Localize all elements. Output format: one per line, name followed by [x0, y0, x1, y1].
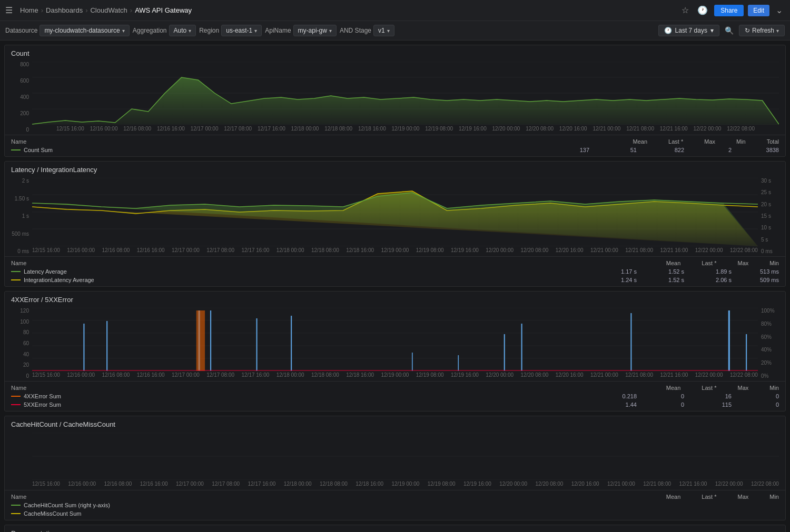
- region-select[interactable]: us-east-1 ▾: [221, 25, 262, 36]
- documentation-title: Documentation: [5, 525, 785, 532]
- star-button[interactable]: ☆: [679, 3, 691, 17]
- count-last: 51: [610, 147, 637, 153]
- count-max: 822: [658, 147, 684, 153]
- refresh-arrow: ▾: [776, 28, 779, 34]
- latency-mean-1: 1.24 s: [610, 277, 637, 283]
- cache-legend-header: Name Mean Last * Max Min: [11, 493, 779, 501]
- aggregation-value: Auto: [174, 27, 187, 34]
- latency-last-0: 1.52 s: [658, 268, 684, 275]
- cache-miss-name[interactable]: CacheMissCount Sum: [24, 510, 81, 517]
- time-range-value: Last 7 days: [675, 27, 707, 34]
- refresh-button[interactable]: ↻ Refresh ▾: [739, 25, 785, 36]
- cache-panel-title: CacheHitCount / CacheMissCount: [5, 416, 785, 430]
- cache-chart-area: 12/15 16:00 12/16 00:00 12/16 08:00 12/1…: [5, 430, 785, 490]
- datasource-value: my-cloudwatch-datasource: [44, 27, 120, 34]
- error-4xx-name[interactable]: 4XXError Sum: [24, 393, 61, 399]
- edit-button[interactable]: Edit: [748, 5, 769, 16]
- error-4xx-last: 0: [658, 393, 684, 399]
- latency-chart-svg: [32, 178, 758, 246]
- error-legend-row-1: 5XXError Sum 1.44 0 115 0: [11, 400, 779, 409]
- count-chart-wrapper: 800 600 400 200 0: [11, 62, 779, 133]
- datasource-label: Datasource: [5, 27, 37, 34]
- cache-y-axis: [11, 433, 32, 488]
- count-legend-vals: 137 51 822 2 3838: [563, 147, 779, 153]
- main-content: Count 800 600 400 200 0: [0, 41, 790, 532]
- svg-marker-12: [32, 193, 758, 246]
- documentation-panel: Documentation AWS CloudWatch API Gateway…: [4, 525, 786, 532]
- svg-marker-5: [32, 77, 779, 125]
- refresh-label: Refresh: [752, 27, 774, 34]
- error-y-axis-right: 100% 80% 60% 40% 20% 0%: [758, 308, 779, 379]
- count-legend: Name Mean Last * Max Min Total Count Sum…: [5, 135, 785, 156]
- apiname-filter: ApiName my-api-gw ▾: [265, 25, 337, 36]
- error-4xx-vals: 0.218 0 16 0: [610, 393, 779, 399]
- error-5xx-color: [11, 404, 21, 405]
- error-legend-cols: Mean Last * Max Min: [666, 385, 779, 391]
- error-chart-wrapper: 120 100 80 60 40 20 0: [11, 308, 779, 379]
- breadcrumb-current: AWS API Gateway: [135, 6, 192, 14]
- region-value: us-east-1: [226, 27, 252, 34]
- error-x-axis: 12/15 16:00 12/16 00:00 12/16 08:00 12/1…: [32, 371, 758, 379]
- error-5xx-mean: 1.44: [610, 401, 637, 408]
- count-chart-inner: 12/15 16:00 12/16 00:00 12/16 08:00 12/1…: [32, 62, 779, 133]
- latency-x-axis: 12/15 16:00 12/16 00:00 12/16 08:00 12/1…: [32, 246, 758, 254]
- latency-legend-color-0: [11, 271, 21, 272]
- zoom-out-button[interactable]: 🔍: [723, 24, 736, 37]
- latency-max-0: 1.89 s: [705, 268, 732, 275]
- count-panel-title: Count: [5, 45, 785, 59]
- region-filter: Region us-east-1 ▾: [199, 25, 262, 36]
- top-nav: ☰ Home › Dashboards › CloudWatch › AWS A…: [0, 0, 790, 21]
- error-5xx-min: 0: [753, 401, 779, 408]
- share-button[interactable]: Share: [714, 5, 744, 16]
- breadcrumb-home[interactable]: Home: [20, 6, 38, 14]
- time-range-arrow: ▾: [710, 27, 714, 34]
- count-mean: 137: [563, 147, 589, 153]
- latency-legend-cols: Mean Last * Max Min: [666, 260, 779, 266]
- latency-legend-name-1[interactable]: IntegrationLatency Average: [24, 277, 94, 283]
- count-legend-row: Count Sum 137 51 822 2 3838: [11, 146, 779, 154]
- cache-hit-name[interactable]: CacheHitCount Sum (right y-axis): [24, 502, 110, 508]
- error-5xx-max: 115: [705, 401, 732, 408]
- error-5xx-last: 0: [658, 401, 684, 408]
- cache-legend-row-0: CacheHitCount Sum (right y-axis): [11, 501, 779, 509]
- menu-icon[interactable]: ☰: [5, 5, 13, 15]
- error-5xx-name[interactable]: 5XXError Sum: [24, 401, 61, 408]
- aggregation-select[interactable]: Auto ▾: [169, 25, 196, 36]
- breadcrumb-cloudwatch[interactable]: CloudWatch: [90, 6, 127, 14]
- error-legend-row-0: 4XXError Sum 0.218 0 16 0: [11, 392, 779, 400]
- aggregation-arrow: ▾: [189, 28, 191, 34]
- error-chart-svg: [32, 308, 758, 371]
- cache-chart-wrapper: 12/15 16:00 12/16 00:00 12/16 08:00 12/1…: [11, 433, 779, 488]
- apiname-select[interactable]: my-api-gw ▾: [293, 25, 337, 36]
- error-chart-inner: 12/15 16:00 12/16 00:00 12/16 08:00 12/1…: [32, 308, 758, 379]
- error-legend-header: Name Mean Last * Max Min: [11, 384, 779, 392]
- stage-select[interactable]: v1 ▾: [373, 25, 394, 36]
- svg-rect-32: [196, 310, 205, 371]
- sep1: ›: [41, 6, 43, 14]
- time-range-select[interactable]: 🕐 Last 7 days ▾: [658, 25, 719, 36]
- collapse-button[interactable]: ⌄: [774, 3, 785, 17]
- nav-left: ☰ Home › Dashboards › CloudWatch › AWS A…: [5, 5, 192, 15]
- latency-legend-vals-0: 1.17 s 1.52 s 1.89 s 513 ms: [610, 268, 779, 275]
- error-4xx-color: [11, 396, 21, 397]
- latency-mean-0: 1.17 s: [610, 268, 637, 275]
- latency-chart-inner: 12/15 16:00 12/16 00:00 12/16 08:00 12/1…: [32, 178, 758, 254]
- stage-filter: AND Stage v1 ▾: [340, 25, 394, 36]
- aggregation-filter: Aggregation Auto ▾: [133, 25, 196, 36]
- count-legend-name[interactable]: Count Sum: [24, 147, 53, 153]
- datasource-select[interactable]: my-cloudwatch-datasource ▾: [39, 25, 129, 36]
- error-4xx-max: 16: [705, 393, 732, 399]
- datasource-filter: Datasource my-cloudwatch-datasource ▾: [5, 25, 130, 36]
- filter-bar: Datasource my-cloudwatch-datasource ▾ Ag…: [0, 21, 790, 41]
- latency-legend-name-0[interactable]: Latency Average: [24, 268, 67, 275]
- error-5xx-vals: 1.44 0 115 0: [610, 401, 779, 408]
- breadcrumb: Home › Dashboards › CloudWatch › AWS API…: [20, 6, 192, 14]
- cache-chart-svg: [32, 433, 779, 480]
- time-controls: 🕐 Last 7 days ▾ 🔍 ↻ Refresh ▾: [658, 24, 785, 37]
- breadcrumb-dashboards[interactable]: Dashboards: [46, 6, 83, 14]
- latency-y-axis: 2 s 1.50 s 1 s 500 ms 0 ms: [11, 178, 32, 254]
- cache-x-axis: 12/15 16:00 12/16 00:00 12/16 08:00 12/1…: [32, 480, 779, 488]
- error-y-axis: 120 100 80 60 40 20 0: [11, 308, 32, 379]
- info-button[interactable]: 🕐: [695, 3, 710, 17]
- count-legend-color: [11, 149, 21, 150]
